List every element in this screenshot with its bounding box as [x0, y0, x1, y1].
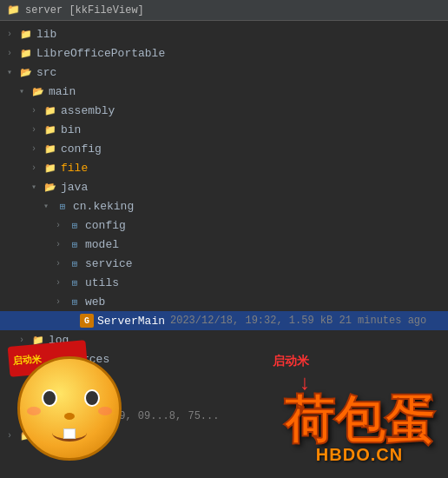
folder-icon-assembly: 📁: [43, 103, 57, 117]
tree-item-servermain[interactable]: G ServerMain 2023/12/18, 19:32, 1.59 kB …: [0, 311, 448, 330]
arrow-web: [56, 297, 68, 307]
arrow-lib: [7, 30, 19, 39]
tree-item-static[interactable]: 📁 static: [0, 368, 448, 388]
arrow-java: [31, 182, 43, 192]
tree-item-lib[interactable]: 📁 lib: [0, 24, 448, 43]
label-bin: bin: [61, 123, 81, 136]
tree-item-web2[interactable]: 📁 wel...: [0, 388, 448, 407]
folder-icon-java: 📂: [43, 180, 57, 194]
label-utils: utils: [85, 276, 119, 289]
file-icon-ban: S: [43, 409, 57, 423]
tree-item-config2[interactable]: ⊞ config: [0, 216, 448, 235]
arrow-log: [19, 335, 31, 345]
tree-item-assembly[interactable]: 📁 assembly: [0, 101, 448, 120]
label-model: model: [85, 238, 119, 251]
tree-item-config[interactable]: 📁 config: [0, 139, 448, 158]
tree-item-java[interactable]: 📂 java: [0, 177, 448, 196]
folder-icon-resources: 📂: [31, 352, 45, 366]
folder-icon-file: 📁: [43, 161, 57, 175]
label-config2: config: [85, 219, 126, 232]
arrow-resources: [19, 354, 31, 364]
file-icon-servermain: G: [80, 314, 94, 328]
label-config: config: [61, 143, 102, 156]
window-title-text: server [kkFileView]: [25, 4, 144, 17]
tree-item-file[interactable]: 📁 file: [0, 158, 448, 177]
label-assembly: assembly: [61, 104, 115, 117]
tree-item-model[interactable]: ⊞ model: [0, 235, 448, 254]
label-libreoffice: LibreOfficePortable: [36, 47, 165, 60]
arrow-test: [7, 431, 19, 441]
folder-icon-log: 📁: [31, 333, 45, 347]
label-static: static: [61, 372, 102, 385]
label-service: service: [85, 257, 133, 270]
label-main: main: [49, 85, 76, 98]
window-title-bar: 📁 server [kkFileView]: [0, 0, 448, 21]
tree-item-libreoffice[interactable]: 📁 LibreOfficePortable: [0, 43, 448, 63]
tree-item-cn-keking[interactable]: ⊞ cn.keking: [0, 196, 448, 216]
label-lib: lib: [36, 28, 56, 41]
folder-icon-static: 📁: [43, 371, 57, 385]
folder-icon-config: 📁: [43, 142, 57, 156]
file-tree: 📁 lib 📁 LibreOfficePortable 📂 src 📂 main…: [0, 21, 448, 448]
folder-icon-web: ⊞: [68, 295, 82, 309]
arrow-model: [56, 240, 68, 249]
folder-icon-libreoffice: 📁: [19, 46, 33, 60]
arrow-main: [19, 86, 31, 96]
arrow-libreoffice: [7, 49, 19, 58]
folder-icon-cn-keking: ⊞: [56, 199, 69, 213]
arrow-service: [56, 259, 68, 269]
label-resources: resources: [49, 353, 109, 366]
servermain-meta: 2023/12/18, 19:32, 1.59 kB 21 minutes ag…: [170, 315, 426, 327]
label-file: file: [61, 162, 88, 175]
folder-icon-config2: ⊞: [68, 218, 82, 232]
label-web: web: [85, 295, 105, 309]
tree-item-service[interactable]: ⊞ service: [0, 254, 448, 273]
label-cn-keking: cn.keking: [73, 200, 134, 213]
folder-icon-model: ⊞: [68, 237, 82, 251]
label-servermain: ServerMain: [97, 315, 165, 328]
arrow-src: [7, 67, 19, 77]
tree-item-log[interactable]: 📁 log: [0, 330, 448, 349]
tree-item-main[interactable]: 📂 main: [0, 82, 448, 101]
folder-icon-lib: 📁: [19, 27, 33, 41]
tree-item-test[interactable]: 📁 test: [0, 426, 448, 445]
folder-icon-src: 📂: [19, 65, 33, 79]
folder-icon-web2: 📁: [43, 390, 57, 404]
label-java: java: [61, 181, 88, 194]
arrow-utils: [56, 278, 68, 288]
tree-item-web[interactable]: ⊞ web: [0, 292, 448, 311]
arrow-web2: [31, 393, 43, 402]
folder-icon: 📁: [7, 3, 20, 17]
label-test: test: [36, 429, 63, 442]
ban-meta: /19, 09...8, 75...: [107, 410, 220, 422]
folder-icon-service: ⊞: [68, 256, 82, 270]
folder-icon-test: 📁: [19, 428, 33, 442]
arrow-config: [31, 144, 43, 154]
label-src: src: [36, 66, 56, 79]
arrow-file: [31, 163, 43, 173]
label-ban: ban...: [61, 410, 102, 423]
arrow-bin: [31, 125, 43, 135]
folder-icon-main: 📂: [31, 84, 45, 98]
tree-item-resources[interactable]: 📂 resources: [0, 349, 448, 368]
arrow-config2: [56, 221, 68, 230]
label-log: log: [49, 334, 69, 347]
label-web2: wel...: [61, 391, 102, 404]
tree-item-src[interactable]: 📂 src: [0, 63, 448, 82]
tree-item-utils[interactable]: ⊞ utils: [0, 273, 448, 292]
tree-item-ban[interactable]: S ban... /19, 09...8, 75...: [0, 407, 448, 426]
arrow-assembly: [31, 106, 43, 116]
tree-item-bin[interactable]: 📁 bin: [0, 120, 448, 139]
folder-icon-bin: 📁: [43, 123, 57, 136]
folder-icon-utils: ⊞: [68, 276, 82, 289]
arrow-cn-keking: [43, 201, 56, 211]
arrow-static: [31, 374, 43, 383]
